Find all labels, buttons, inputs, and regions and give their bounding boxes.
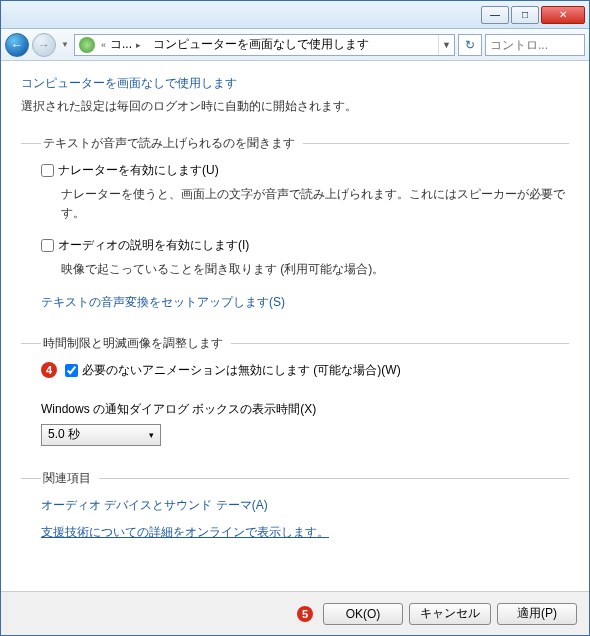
tts-setup-link[interactable]: テキストの音声変換をセットアップします(S) [41,294,569,311]
section-related: 関連項目 オーディオ デバイスとサウンド テーマ(A) 支援技術についての詳細を… [21,470,569,551]
chevron-down-icon: ▼ [442,40,451,50]
breadcrumb-label-1: コ... [110,36,132,53]
section-text-to-speech: テキストが音声で読み上げられるのを聞きます ナレーターを有効にします(U) ナレ… [21,135,569,321]
chevron-down-icon: ▾ [149,430,154,440]
maximize-button[interactable]: □ [511,6,539,24]
page-subtitle: 選択された設定は毎回のログオン時に自動的に開始されます。 [21,98,569,115]
close-icon: ✕ [559,9,567,20]
callout-badge-5: 5 [297,606,313,622]
page-title: コンピューターを画面なしで使用します [21,75,569,92]
assistive-tech-link[interactable]: 支援技術についての詳細をオンラインで表示します。 [41,524,569,541]
notification-duration-label: Windows の通知ダイアログ ボックスの表示時間(X) [41,401,569,418]
minimize-button[interactable]: — [481,6,509,24]
location-icon [79,37,95,53]
minimize-icon: — [490,9,500,20]
navbar: ← → ▼ « コ... ▸ コンピューターを画面なしで使用します ▼ ↻ [1,29,589,61]
chevron-left-icon: « [101,40,106,50]
apply-button[interactable]: 適用(P) [497,603,577,625]
breadcrumb-seg-1[interactable]: « コ... ▸ [95,35,147,55]
back-button[interactable]: ← [5,33,29,57]
select-value: 5.0 秒 [48,426,80,443]
narrator-label[interactable]: ナレーターを有効にします(U) [58,162,219,179]
chevron-down-icon: ▼ [61,40,69,49]
breadcrumb-seg-2[interactable]: コンピューターを画面なしで使用します [147,35,375,55]
address-bar[interactable]: « コ... ▸ コンピューターを画面なしで使用します ▼ [74,34,455,56]
breadcrumb-label-2: コンピューターを画面なしで使用します [153,36,369,53]
audio-desc-label[interactable]: オーディオの説明を有効にします(I) [58,237,249,254]
content-area: コンピューターを画面なしで使用します 選択された設定は毎回のログオン時に自動的に… [1,61,589,591]
titlebar: — □ ✕ [1,1,589,29]
notification-duration-select[interactable]: 5.0 秒 ▾ [41,424,161,446]
audio-desc-checkbox[interactable] [41,239,54,252]
maximize-icon: □ [522,9,528,20]
forward-button[interactable]: → [32,33,56,57]
ok-button[interactable]: OK(O) [323,603,403,625]
forward-icon: → [38,38,50,52]
section-legend: 時間制限と明滅画像を調整します [41,335,231,352]
back-icon: ← [11,38,23,52]
search-input[interactable] [485,34,585,56]
cancel-button[interactable]: キャンセル [409,603,491,625]
section-legend: テキストが音声で読み上げられるのを聞きます [41,135,303,152]
narrator-checkbox[interactable] [41,164,54,177]
footer-button-bar: 5 OK(O) キャンセル 適用(P) [1,591,589,635]
callout-badge-4: 4 [41,362,57,378]
refresh-icon: ↻ [465,38,475,52]
audio-desc-desc: 映像で起こっていることを聞き取ります (利用可能な場合)。 [61,260,569,279]
section-legend: 関連項目 [41,470,99,487]
refresh-button[interactable]: ↻ [458,34,482,56]
disable-animations-checkbox[interactable] [65,364,78,377]
chevron-right-icon: ▸ [136,40,141,50]
disable-animations-label[interactable]: 必要のないアニメーションは無効にします (可能な場合)(W) [82,362,401,379]
section-time-limits: 時間制限と明滅画像を調整します 4 必要のないアニメーションは無効にします (可… [21,335,569,456]
address-dropdown[interactable]: ▼ [438,35,454,55]
history-dropdown[interactable]: ▼ [59,33,71,57]
audio-devices-link[interactable]: オーディオ デバイスとサウンド テーマ(A) [41,497,569,514]
window-frame: — □ ✕ ← → ▼ « コ... ▸ コンピューターを画面なしで使用します … [0,0,590,636]
narrator-desc: ナレーターを使うと、画面上の文字が音声で読み上げられます。これにはスピーカーが必… [61,185,569,223]
close-button[interactable]: ✕ [541,6,585,24]
